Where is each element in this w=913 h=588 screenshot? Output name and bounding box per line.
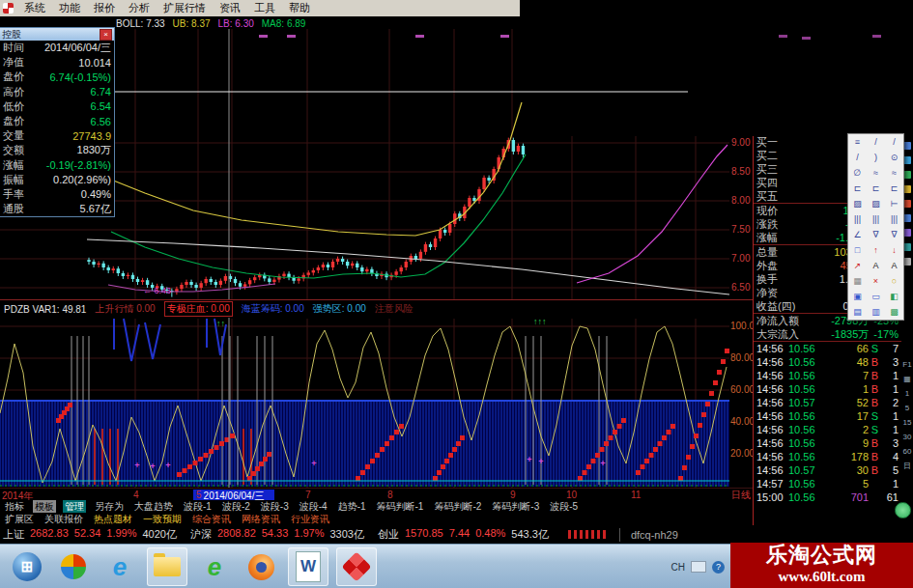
strip-icon-8[interactable]: [903, 258, 911, 266]
firefox-button[interactable]: [242, 548, 280, 585]
menu-item-7[interactable]: 帮助: [282, 2, 317, 14]
strip-icon-1[interactable]: [903, 156, 911, 164]
word-button[interactable]: W: [288, 547, 328, 586]
tick-row[interactable]: 14:5610.569B3: [754, 436, 901, 450]
tab-一致预期[interactable]: 一致预期: [141, 513, 184, 526]
tick-row[interactable]: 14:5610.56178B4: [754, 450, 901, 463]
draw-tool-icon-3[interactable]: /: [848, 150, 867, 165]
help-icon[interactable]: ?: [712, 561, 725, 574]
close-icon[interactable]: ×: [100, 29, 112, 41]
strip-icon-5[interactable]: [903, 214, 911, 222]
keyboard-icon[interactable]: [691, 561, 706, 573]
menu-item-2[interactable]: 报价: [87, 2, 122, 14]
tab-波段-2[interactable]: 波段-2: [220, 500, 252, 514]
draw-tool-icon-26[interactable]: A: [885, 258, 903, 273]
strip-icon-6[interactable]: [903, 229, 911, 237]
period-label[interactable]: 日线: [731, 489, 751, 502]
draw-tool-icon-28[interactable]: ×: [867, 273, 885, 289]
tab-波段-5[interactable]: 波段-5: [548, 500, 580, 514]
tick-row[interactable]: 15:0010.5670161: [754, 490, 901, 504]
tab-模板[interactable]: 模板: [33, 500, 56, 514]
draw-tool-icon-11[interactable]: ⊏: [885, 181, 903, 196]
start-button[interactable]: ⊞: [8, 548, 46, 585]
period-button-1[interactable]: 1: [901, 386, 913, 401]
explorer-folder-button[interactable]: [147, 547, 187, 586]
draw-tool-icon-21[interactable]: □: [848, 242, 867, 258]
tick-row[interactable]: 14:5610.561B1: [754, 382, 901, 396]
draw-tool-icon-27[interactable]: ▦: [848, 273, 867, 289]
index-沪深[interactable]: 沪深2808.8254.331.97%3303亿: [190, 527, 364, 542]
tick-row[interactable]: 14:5610.562S1: [754, 423, 901, 436]
index-创业[interactable]: 创业1570.857.440.48%543.3亿: [378, 527, 549, 542]
draw-tool-icon-10[interactable]: ⊏: [867, 181, 885, 196]
strip-icon-7[interactable]: [903, 243, 911, 251]
draw-tool-icon-4[interactable]: ): [867, 150, 885, 165]
tab-网络资讯[interactable]: 网络资讯: [240, 513, 282, 526]
draw-tool-icon-29[interactable]: ○: [885, 273, 903, 289]
period-button-60[interactable]: 60: [901, 444, 913, 459]
draw-tool-icon-13[interactable]: ▨: [867, 196, 885, 211]
tick-row[interactable]: 14:5610.5648B3: [754, 355, 901, 369]
tick-row[interactable]: 14:5610.5617S1: [754, 409, 901, 423]
tab-另存为[interactable]: 另存为: [93, 500, 126, 514]
draw-tool-icon-5[interactable]: ⊙: [885, 150, 903, 165]
draw-tool-icon-30[interactable]: ▣: [848, 289, 867, 304]
tab-波段-1[interactable]: 波段-1: [182, 500, 214, 514]
draw-tool-icon-12[interactable]: ▨: [848, 196, 867, 211]
draw-tool-icon-25[interactable]: A: [867, 258, 885, 273]
tab-筹码判断-1[interactable]: 筹码判断-1: [375, 500, 426, 514]
tab-波段-3[interactable]: 波段-3: [259, 500, 291, 514]
menu-item-3[interactable]: 分析: [122, 2, 157, 14]
strip-icon-3[interactable]: [903, 185, 911, 193]
tab-筹码判断-2[interactable]: 筹码判断-2: [432, 500, 483, 514]
draw-tool-icon-15[interactable]: |||: [848, 211, 867, 227]
menu-item-5[interactable]: 资讯: [213, 2, 247, 14]
tab-指标[interactable]: 指标: [3, 500, 26, 514]
tab-行业资讯[interactable]: 行业资讯: [289, 513, 331, 526]
tick-row[interactable]: 14:5710.5651: [754, 477, 901, 490]
draw-tool-icon-1[interactable]: /: [867, 134, 885, 150]
draw-tool-icon-34[interactable]: ▥: [867, 304, 885, 320]
trading-app-button[interactable]: [336, 547, 377, 586]
draw-tool-icon-22[interactable]: ↑: [867, 242, 885, 258]
draw-tool-icon-14[interactable]: ⊢: [885, 196, 903, 211]
draw-tool-icon-0[interactable]: ≡: [848, 134, 867, 150]
menu-item-4[interactable]: 扩展行情: [157, 2, 213, 14]
flow-row[interactable]: 大宗流入-1835万-17%: [754, 327, 901, 341]
draw-tool-icon-23[interactable]: ↓: [885, 242, 903, 258]
draw-tool-icon-24[interactable]: ↗: [848, 258, 867, 273]
period-button-▦[interactable]: ▦: [901, 372, 913, 386]
draw-tool-icon-35[interactable]: ▩: [885, 304, 903, 320]
tick-row[interactable]: 14:5610.5752B2: [754, 396, 901, 409]
draw-tool-icon-31[interactable]: ▭: [867, 289, 885, 304]
green-browser-button[interactable]: e: [195, 548, 234, 585]
period-button-30[interactable]: 30: [901, 430, 913, 444]
draw-tool-icon-9[interactable]: ⊏: [848, 181, 867, 196]
draw-tool-icon-17[interactable]: |||: [885, 211, 903, 227]
strip-icon-0[interactable]: [903, 142, 911, 150]
menu-item-6[interactable]: 工具: [247, 2, 282, 14]
info-panel-titlebar[interactable]: 控股 ×: [0, 28, 114, 41]
draw-tool-icon-7[interactable]: ≈: [867, 165, 885, 181]
draw-tool-icon-18[interactable]: ∠: [848, 227, 867, 242]
language-indicator[interactable]: CH: [671, 562, 685, 573]
tab-综合资讯[interactable]: 综合资讯: [190, 513, 233, 526]
tab-关联报价[interactable]: 关联报价: [43, 513, 85, 526]
index-上证[interactable]: 上证2682.8352.341.99%4020亿: [3, 527, 177, 542]
draw-tool-icon-2[interactable]: /: [885, 134, 903, 150]
tick-row[interactable]: 14:5610.5666S7: [754, 341, 901, 355]
draw-tool-icon-33[interactable]: ▤: [848, 304, 867, 320]
draw-tool-icon-16[interactable]: |||: [867, 211, 885, 227]
period-button-F1[interactable]: F1: [901, 357, 913, 372]
tab-热点题材[interactable]: 热点题材: [92, 513, 134, 526]
tick-row[interactable]: 14:5610.5730B5: [754, 463, 901, 477]
tab-扩展区[interactable]: 扩展区: [3, 513, 36, 526]
draw-tool-icon-6[interactable]: ∅: [848, 165, 867, 181]
tab-大盘趋势[interactable]: 大盘趋势: [132, 500, 175, 514]
draw-tool-icon-8[interactable]: ≈: [885, 165, 903, 181]
draw-tool-icon-20[interactable]: ∇: [885, 227, 903, 242]
tab-管理[interactable]: 管理: [63, 500, 86, 514]
period-button-15[interactable]: 15: [901, 415, 913, 430]
period-button-日[interactable]: 日: [901, 459, 913, 473]
menu-item-0[interactable]: 系统: [17, 2, 52, 14]
